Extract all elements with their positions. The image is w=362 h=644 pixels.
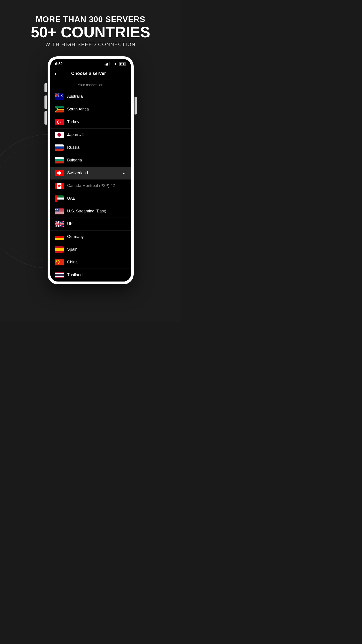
status-bar: 6:52 LTE 51 [50,59,131,68]
svg-point-11 [60,96,61,97]
list-item[interactable]: Japan #2 [50,128,131,141]
back-button[interactable]: ‹ [55,71,57,76]
svg-point-59 [57,209,58,210]
svg-rect-36 [55,183,57,189]
list-item[interactable]: Spain [50,243,131,256]
list-item[interactable]: Bulgaria [50,154,131,167]
list-item[interactable]: Russia [50,141,131,154]
svg-rect-47 [55,212,64,212]
status-icons: LTE 51 [105,62,126,66]
list-item[interactable]: Turkey [50,116,131,128]
signal-icon [105,62,109,66]
svg-rect-80 [55,234,64,236]
list-item[interactable]: Germany [50,230,131,243]
svg-rect-29 [55,157,64,159]
nav-bar: ‹ Choose a server [50,68,131,80]
lte-label: LTE [111,62,117,66]
svg-point-62 [56,210,56,210]
svg-point-10 [62,96,62,96]
svg-point-52 [56,209,56,209]
country-name: South Africa [67,107,126,112]
svg-rect-28 [55,148,64,150]
svg-point-8 [61,95,62,96]
selected-checkmark: ✓ [123,170,126,176]
list-item[interactable]: Switzerland ✓ [50,167,131,180]
svg-rect-34 [57,172,61,174]
svg-point-66 [55,211,56,211]
country-name: Spain [67,247,126,252]
svg-point-55 [58,209,58,209]
svg-point-60 [58,209,58,210]
connection-label: Your connection [50,80,131,90]
svg-point-64 [57,210,58,210]
flag-us [55,208,64,214]
svg-point-70 [58,211,58,211]
server-list: Australia [50,90,131,282]
phone-wrapper: 6:52 LTE 51 ‹ [0,56,181,284]
battery-icon: 51 [119,62,126,66]
svg-rect-48 [55,212,64,213]
flag-bg [55,157,64,164]
svg-point-65 [58,210,58,210]
svg-rect-81 [55,236,64,238]
list-item[interactable]: UK [50,218,131,230]
flag-za [55,106,64,112]
svg-rect-92 [55,273,64,274]
flag-ru [55,144,64,151]
country-name: Germany [67,234,126,239]
header-line2: 50+ COUNTRIES [0,24,181,40]
svg-point-58 [56,209,57,210]
svg-point-51 [55,209,56,209]
list-item[interactable]: Thailand [50,269,131,282]
list-item[interactable]: U.S. Streaming (East) [50,205,131,218]
country-name: Canada Montreal (P2P) #2 [67,183,126,188]
flag-ae [55,196,64,202]
svg-rect-93 [55,274,64,276]
svg-rect-27 [55,146,64,148]
list-item[interactable]: South Africa [50,103,131,116]
svg-rect-84 [55,248,64,251]
flag-es [55,246,64,253]
country-name: Turkey [67,120,126,124]
svg-point-69 [57,211,58,211]
svg-point-25 [57,133,61,137]
battery-level: 51 [120,62,124,65]
svg-point-63 [56,210,57,210]
list-item[interactable]: China [50,256,131,269]
list-item[interactable]: Canada Montreal (P2P) #2 [50,180,131,192]
svg-point-56 [55,209,56,210]
flag-gb [55,221,64,227]
svg-point-57 [56,209,56,210]
flag-jp [55,132,64,138]
country-name: Thailand [67,272,126,277]
list-item[interactable]: UAE [50,192,131,205]
svg-point-68 [56,211,57,211]
svg-rect-31 [55,161,64,163]
country-name: UAE [67,196,126,201]
country-name: Russia [67,145,126,150]
list-item[interactable]: Australia [50,90,131,103]
header-section: MORE THAN 300 SERVERS 50+ COUNTRIES WITH… [0,0,181,54]
header-line3: WITH HIGH SPEED CONNECTION [0,42,181,48]
country-name: U.S. Streaming (East) [67,209,126,214]
flag-tr [55,119,64,125]
svg-rect-49 [55,213,64,214]
svg-rect-37 [61,183,64,189]
svg-rect-94 [55,276,64,277]
country-name: China [67,260,126,264]
screen-title: Choose a server [59,71,118,76]
country-name: Japan #2 [67,132,126,137]
flag-ca [55,183,64,189]
svg-rect-42 [55,196,57,202]
country-name: Australia [67,94,126,99]
country-name: Bulgaria [67,158,126,162]
country-name: Switzerland [67,170,123,175]
flag-ch [55,170,64,176]
svg-point-22 [58,121,60,123]
country-name: UK [67,222,126,226]
svg-rect-26 [55,144,64,146]
flag-th [55,272,64,278]
flag-de [55,234,64,240]
svg-rect-82 [55,238,64,240]
svg-rect-30 [55,159,64,161]
